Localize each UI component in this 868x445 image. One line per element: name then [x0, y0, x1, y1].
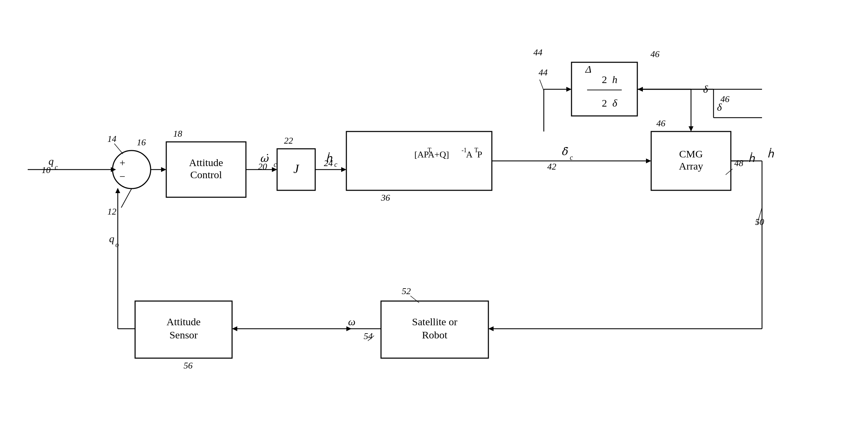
- svg-text:CMG: CMG: [679, 148, 703, 160]
- svg-text:46: 46: [720, 94, 729, 104]
- svg-text:44: 44: [533, 47, 542, 57]
- svg-text:2: 2: [602, 97, 607, 109]
- svg-text:Control: Control: [190, 169, 222, 180]
- svg-text:q: q: [48, 155, 54, 167]
- svg-text:46: 46: [650, 49, 659, 59]
- svg-text:36: 36: [381, 193, 390, 203]
- svg-text:δ: δ: [612, 97, 618, 109]
- svg-text:Robot: Robot: [422, 329, 448, 340]
- svg-text:52: 52: [402, 286, 411, 296]
- svg-text:ω: ω: [348, 316, 355, 327]
- svg-text:o: o: [115, 241, 119, 248]
- svg-text:q: q: [109, 233, 114, 244]
- diagram-container: text { font-family: 'Times New Roman', T…: [0, 0, 868, 445]
- svg-text:46: 46: [656, 118, 665, 128]
- svg-text:ḣ: ḣ: [767, 148, 774, 160]
- svg-text:P: P: [477, 149, 482, 160]
- svg-text:Sensor: Sensor: [169, 329, 198, 340]
- svg-text:J: J: [293, 162, 300, 176]
- svg-text:Array: Array: [679, 160, 703, 172]
- svg-text:c: c: [570, 154, 573, 161]
- svg-text:A: A: [466, 149, 473, 160]
- svg-text:ω̇: ω̇: [260, 153, 269, 164]
- svg-text:[A: [A: [414, 149, 424, 160]
- svg-text:c: c: [334, 161, 337, 168]
- svg-text:c: c: [274, 161, 277, 168]
- svg-text:ḣ: ḣ: [748, 152, 755, 164]
- svg-text:Attitude: Attitude: [167, 316, 201, 327]
- svg-text:δ̇: δ̇: [561, 146, 568, 157]
- svg-rect-9: [346, 131, 492, 190]
- svg-text:22: 22: [284, 136, 293, 146]
- svg-text:14: 14: [107, 134, 116, 144]
- svg-text:12: 12: [107, 207, 116, 217]
- svg-text:44: 44: [539, 67, 548, 78]
- svg-text:−: −: [119, 171, 125, 182]
- svg-text:PA+Q]: PA+Q]: [424, 149, 449, 160]
- svg-text:ḣ: ḣ: [326, 152, 333, 164]
- svg-text:h: h: [612, 74, 618, 85]
- svg-text:56: 56: [184, 361, 193, 371]
- svg-text:48: 48: [734, 158, 743, 168]
- svg-rect-0: [0, 0, 868, 445]
- svg-text:Satellite or: Satellite or: [412, 316, 458, 327]
- svg-text:Attitude: Attitude: [189, 157, 223, 168]
- svg-text:18: 18: [173, 129, 182, 139]
- svg-text:Δ: Δ: [585, 63, 592, 75]
- svg-text:42: 42: [547, 162, 556, 172]
- svg-text:16: 16: [137, 137, 146, 147]
- svg-text:+: +: [119, 157, 125, 168]
- svg-text:2: 2: [602, 74, 607, 85]
- svg-text:54: 54: [364, 331, 373, 341]
- svg-text:50: 50: [755, 217, 764, 227]
